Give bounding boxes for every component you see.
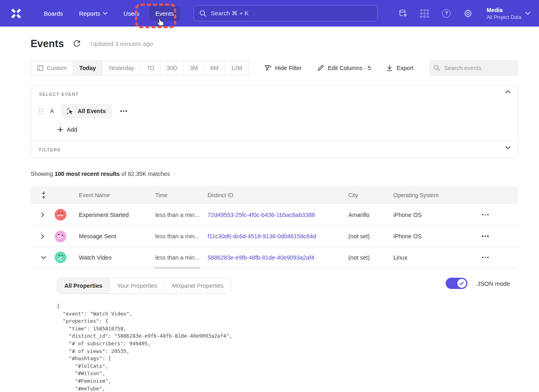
apps-grid-icon[interactable] — [420, 8, 430, 18]
event-os: iPhone OS — [388, 212, 468, 218]
global-search-input[interactable]: Search ⌘ + K — [193, 5, 378, 21]
date-range-7d[interactable]: 7D — [140, 61, 160, 75]
event-selector-chip[interactable]: All Events — [61, 104, 112, 118]
download-icon — [386, 65, 393, 72]
column-header-city[interactable]: City — [343, 192, 388, 198]
drag-handle-icon[interactable] — [39, 108, 43, 114]
export-button[interactable]: Export — [386, 65, 414, 72]
settings-gear-icon[interactable] — [463, 8, 473, 18]
collapse-section-button[interactable] — [505, 90, 510, 93]
date-range-30d[interactable]: 30D — [160, 61, 183, 75]
navbar-right: ? Media All Project Data — [398, 6, 530, 21]
event-city: (not set) — [343, 254, 388, 261]
event-name: Watch Video — [73, 254, 150, 261]
distinct-id-link[interactable]: f11c30d6-dc6d-4518-9136-0d046159c84d — [208, 233, 316, 239]
date-range-today[interactable]: Today — [73, 61, 102, 75]
table-header-row: Event Name Time Distinct ID City Operati… — [31, 186, 518, 204]
add-label: Add — [67, 126, 77, 133]
distinct-id-link[interactable]: 72d49553-25fc-4f0c-b436-1b5ac6ab3388 — [208, 212, 315, 218]
column-header-time[interactable]: Time — [150, 192, 202, 198]
expand-section-button[interactable] — [505, 146, 510, 149]
json-mode-toggle[interactable] — [446, 278, 467, 289]
table-row[interactable]: Message Sent less than a min... f11c30d6… — [31, 225, 518, 247]
row-actions-button[interactable] — [480, 254, 518, 261]
column-header-event-name[interactable]: Event Name — [73, 192, 150, 198]
add-event-button[interactable]: Add — [58, 126, 86, 133]
date-range-label: 12M — [231, 65, 242, 71]
primary-nav: Boards Reports Users Events — [38, 6, 180, 21]
row-collapse-chevron-icon[interactable] — [31, 256, 49, 259]
plus-icon — [58, 127, 63, 132]
project-selector[interactable]: Media All Project Data — [487, 6, 530, 21]
event-os: iPhone OS — [388, 233, 468, 239]
event-time: less than a min... — [150, 254, 202, 261]
date-range-3m[interactable]: 3M — [183, 61, 204, 75]
date-range-custom[interactable]: Custom — [31, 61, 73, 75]
nav-item-users[interactable]: Users — [117, 6, 145, 21]
nav-item-boards[interactable]: Boards — [38, 6, 69, 21]
hide-filter-button[interactable]: Hide Filter — [264, 64, 302, 72]
event-name: Experiment Started — [73, 212, 150, 218]
data-management-icon[interactable] — [398, 8, 408, 18]
summary-count: 100 most recent results — [55, 171, 120, 177]
row-actions-button[interactable] — [480, 233, 518, 239]
row-actions-button[interactable] — [480, 212, 518, 218]
magic-cursor-icon — [66, 107, 74, 115]
tab-your-properties[interactable]: Your Properties — [109, 278, 164, 293]
nav-label: Reports — [79, 10, 101, 17]
date-range-6m[interactable]: 6M — [204, 61, 224, 75]
search-icon — [200, 10, 206, 17]
nav-label: Users — [123, 10, 139, 17]
event-clause-row: A All Events — [39, 104, 510, 118]
date-range-label: 7D — [147, 65, 154, 71]
pencil-icon — [317, 64, 324, 72]
column-header-os[interactable]: Operating System — [388, 192, 468, 198]
filter-funnel-icon — [264, 64, 272, 72]
date-range-label: Today — [79, 65, 96, 71]
filters-section[interactable]: FILTERS — [31, 141, 518, 158]
project-name: Media — [487, 6, 521, 14]
toolbar: Custom Today Yesterday 7D 30D 3M 6M 12M … — [31, 60, 518, 76]
search-events-input[interactable]: Search events — [429, 60, 518, 76]
summary-prefix: Showing — [31, 171, 55, 177]
event-time: less than a min... — [150, 212, 202, 218]
event-json-viewer[interactable]: { "event": "Watch Video", "properties": … — [57, 303, 518, 392]
date-range-yesterday[interactable]: Yesterday — [102, 61, 140, 75]
select-event-section: SELECT EVENT A — [31, 85, 518, 141]
distinct-id-link[interactable]: 5886283e-e9fb-48fb-81de-40e9093a2af4 — [208, 254, 314, 261]
event-avatar — [55, 231, 66, 242]
column-header-distinct-id[interactable]: Distinct ID — [202, 192, 343, 198]
nav-item-events[interactable]: Events — [149, 6, 180, 21]
nav-item-reports[interactable]: Reports — [73, 6, 114, 21]
date-range-12m[interactable]: 12M — [224, 61, 248, 75]
mixpanel-logo-icon[interactable] — [9, 6, 23, 21]
events-table: Event Name Time Distinct ID City Operati… — [31, 186, 518, 392]
refresh-icon[interactable] — [73, 39, 82, 48]
nav-label: Events — [155, 10, 174, 17]
filters-label: FILTERS — [39, 147, 510, 152]
event-chip-label: All Events — [78, 108, 106, 114]
table-row[interactable]: Experiment Started less than a min... 72… — [31, 204, 518, 225]
results-summary: Showing 100 most recent results of 82.35… — [31, 171, 518, 177]
date-range-picker: Custom Today Yesterday 7D 30D 3M 6M 12M — [31, 60, 249, 76]
help-icon[interactable]: ? — [442, 8, 451, 18]
edit-columns-button[interactable]: Edit Columns · 5 — [317, 64, 371, 72]
row-expand-chevron-icon[interactable] — [31, 234, 49, 239]
search-events-placeholder: Search events — [444, 65, 481, 71]
clause-letter: A — [49, 108, 55, 114]
nav-label: Boards — [44, 10, 63, 17]
page-header: Events Updated 3 minutes ago — [31, 38, 518, 50]
clause-more-button[interactable] — [119, 108, 129, 114]
date-range-label: 30D — [167, 65, 177, 71]
horizontal-scrollbar-thumb[interactable] — [154, 267, 200, 269]
date-range-label: 3M — [190, 65, 198, 71]
date-range-label: 6M — [210, 65, 218, 71]
tab-mixpanel-properties[interactable]: Mixpanel Properties — [165, 278, 231, 293]
event-name: Message Sent — [73, 233, 150, 239]
table-row-expanded[interactable]: Watch Video less than a min... 5886283e-… — [31, 247, 518, 268]
event-city: (not set) — [343, 233, 388, 239]
tab-all-properties[interactable]: All Properties — [57, 278, 109, 293]
summary-suffix: of 82.35K matches — [120, 171, 170, 177]
row-expand-chevron-icon[interactable] — [31, 212, 49, 217]
collapse-all-icon[interactable] — [31, 191, 49, 199]
